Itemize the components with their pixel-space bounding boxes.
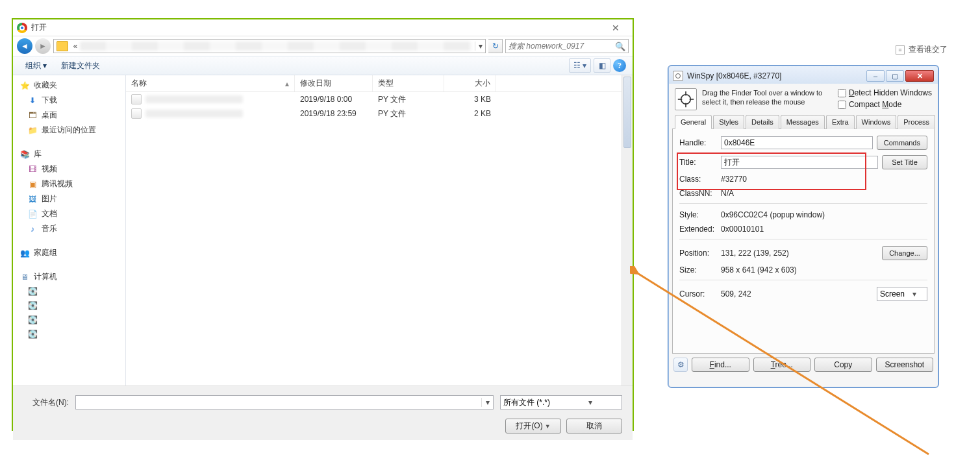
change-button[interactable]: Change... <box>882 246 927 260</box>
forward-button[interactable]: ► <box>35 38 51 54</box>
cancel-button[interactable]: 取消 <box>566 419 622 433</box>
tab-general-body: Handle: 0x8046E Commands Title: 打开 Set T… <box>672 129 935 354</box>
back-button[interactable]: ◄ <box>17 38 32 54</box>
screenshot-button[interactable]: Screenshot <box>876 358 934 372</box>
winspy-window: WinSpy [0x8046E, #32770] – ▢ ✕ Drag the … <box>668 65 939 388</box>
position-label: Position: <box>679 249 717 258</box>
sidebar-videos[interactable]: 🎞视频 <box>13 162 125 177</box>
homegroup-icon: 👥 <box>19 248 30 258</box>
chevron-down-icon[interactable]: ▾ <box>481 398 493 407</box>
sidebar-homegroup[interactable]: 👥家庭组 <box>13 245 125 260</box>
picture-icon: 🖼 <box>27 194 38 204</box>
filename-combobox[interactable]: ▾ <box>75 395 494 409</box>
sidebar-pictures[interactable]: 🖼图片 <box>13 191 125 206</box>
music-icon: ♪ <box>27 224 38 234</box>
help-button[interactable]: ? <box>613 59 626 72</box>
drive-icon: 💽 <box>27 315 38 325</box>
organize-button[interactable]: 组织▾ <box>19 58 53 74</box>
finder-tool[interactable] <box>675 88 697 110</box>
search-icon: 🔍 <box>615 42 625 51</box>
tab-windows[interactable]: Windows <box>856 115 897 129</box>
close-button[interactable]: ✕ <box>603 23 629 33</box>
list-header: 名称▴ 修改日期 类型 大小 <box>126 75 633 92</box>
find-button[interactable]: Find... <box>692 358 749 372</box>
dialog-bottom: 文件名(N): ▾ 所有文件 (*.*) ▾ 打开(O)▼ 取消 <box>13 385 633 440</box>
drive-icon: 💽 <box>27 300 38 311</box>
search-input[interactable] <box>509 42 615 51</box>
view-mode-button[interactable]: ☷ ▾ <box>569 58 591 73</box>
sidebar-drive-blur3[interactable]: 💽 <box>13 313 125 327</box>
file-icon <box>131 94 142 104</box>
breadcrumb[interactable]: « ▾ <box>53 39 486 53</box>
organize-label: 组织 <box>25 60 41 71</box>
filter-label: 所有文件 (*.*) <box>503 397 561 408</box>
cursor-mode-combo[interactable]: Screen▾ <box>877 287 927 301</box>
svg-point-0 <box>681 95 691 104</box>
vertical-scrollbar[interactable] <box>622 75 633 385</box>
close-button[interactable]: ✕ <box>905 70 934 82</box>
sidebar-computer[interactable]: 🖥计算机 <box>13 269 125 284</box>
folder-icon <box>57 41 68 51</box>
tab-extra[interactable]: Extra <box>826 115 855 129</box>
chevron-right-icon: « <box>71 42 80 51</box>
open-button[interactable]: 打开(O)▼ <box>505 419 561 433</box>
col-date[interactable]: 修改日期 <box>295 75 373 92</box>
list-item[interactable]: 2019/9/18 0:00 PY 文件 3 KB <box>126 92 633 106</box>
file-icon <box>131 108 142 119</box>
recent-icon: 📁 <box>27 125 38 136</box>
file-list: 名称▴ 修改日期 类型 大小 2019/9/18 0:00 PY 文件 3 KB… <box>126 75 633 385</box>
winspy-tabs: General Styles Details Messages Extra Wi… <box>672 114 935 129</box>
winspy-titlebar[interactable]: WinSpy [0x8046E, #32770] – ▢ ✕ <box>671 68 936 84</box>
new-folder-label: 新建文件夹 <box>61 60 100 71</box>
tencent-video-icon: ▣ <box>27 179 38 189</box>
copy-button[interactable]: Copy <box>814 358 872 372</box>
detect-hidden-checkbox[interactable]: Detect Hidden Windows <box>838 88 932 97</box>
col-name[interactable]: 名称▴ <box>126 75 295 92</box>
sidebar-music[interactable]: ♪音乐 <box>13 221 125 236</box>
sidebar-favorites[interactable]: ⭐收藏夹 <box>13 78 125 93</box>
filename-blurred <box>145 95 243 103</box>
classnn-value: N/A <box>721 189 927 198</box>
address-bar: ◄ ► « ▾ ↻ 🔍 <box>13 36 633 56</box>
path-dropdown-icon[interactable]: ▾ <box>475 42 485 51</box>
new-folder-button[interactable]: 新建文件夹 <box>55 58 106 74</box>
sidebar-tencent-video[interactable]: ▣腾讯视频 <box>13 177 125 191</box>
commands-button[interactable]: Commands <box>877 136 927 150</box>
style-value: 0x96CC02C4 (popup window) <box>721 210 927 219</box>
title-label: Title: <box>679 158 717 167</box>
title-value[interactable]: 打开 <box>721 156 878 169</box>
scrollbar-thumb[interactable] <box>623 77 631 148</box>
preview-pane-button[interactable]: ◧ <box>594 58 610 73</box>
tab-general[interactable]: General <box>675 115 712 129</box>
tab-process[interactable]: Process <box>898 115 935 129</box>
compact-mode-checkbox[interactable]: Compact Mode <box>838 100 932 109</box>
set-title-button[interactable]: Set Title <box>882 155 927 169</box>
sidebar-recent[interactable]: 📁最近访问的位置 <box>13 123 125 138</box>
sidebar-libraries[interactable]: 📚库 <box>13 147 125 162</box>
col-type[interactable]: 类型 <box>373 75 444 92</box>
settings-button[interactable]: ⚙ <box>673 358 688 372</box>
tab-styles[interactable]: Styles <box>713 115 744 129</box>
filetype-filter[interactable]: 所有文件 (*.*) ▾ <box>500 395 622 409</box>
minimize-button[interactable]: – <box>866 70 885 82</box>
maximize-button[interactable]: ▢ <box>886 70 904 82</box>
col-size[interactable]: 大小 <box>444 75 496 92</box>
sidebar-desktop[interactable]: 🗔桌面 <box>13 108 125 123</box>
refresh-button[interactable]: ↻ <box>488 39 503 53</box>
document-icon: 📄 <box>27 209 38 219</box>
handle-value[interactable]: 0x8046E <box>721 136 873 149</box>
sidebar-drive-blur4[interactable]: 💽 <box>13 327 125 341</box>
tab-details[interactable]: Details <box>746 115 779 129</box>
sidebar-downloads[interactable]: ⬇下载 <box>13 93 125 108</box>
list-item[interactable]: 2019/9/18 23:59 PY 文件 2 KB <box>126 106 633 121</box>
sidebar-drive-blur1[interactable]: 💽 <box>13 284 125 299</box>
search-box[interactable]: 🔍 <box>505 39 629 53</box>
size-value: 958 x 641 (942 x 603) <box>721 265 927 275</box>
sort-icon: ▴ <box>285 79 289 88</box>
sidebar-drive-blur2[interactable]: 💽 <box>13 299 125 313</box>
sidebar-documents[interactable]: 📄文档 <box>13 206 125 221</box>
tree-button[interactable]: Tree... <box>753 358 811 372</box>
submissions-link[interactable]: ≡ 查看谁交了 <box>896 44 948 55</box>
tab-messages[interactable]: Messages <box>781 115 825 129</box>
filename-input[interactable] <box>76 398 481 407</box>
